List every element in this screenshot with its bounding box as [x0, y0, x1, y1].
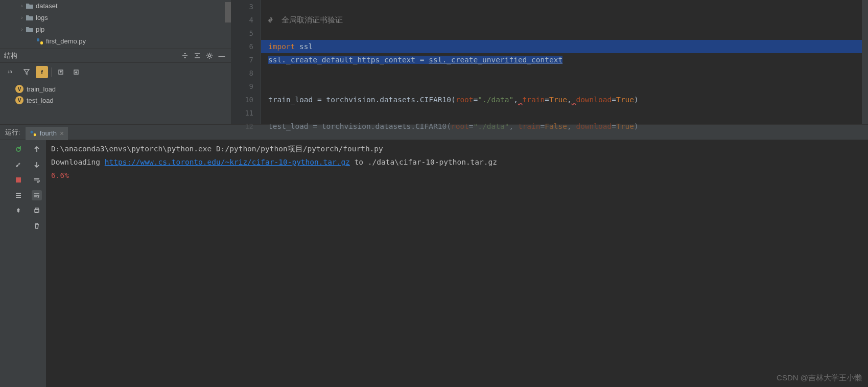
svg-rect-6	[16, 177, 21, 183]
download-link[interactable]: https://www.cs.toronto.edu/~kriz/cifar-1…	[105, 158, 350, 166]
gear-icon[interactable]	[204, 51, 215, 61]
line-number: 6	[231, 40, 253, 53]
run-panel: 运行: fourth × D:\anaconda3\envs\pytorch\p…	[0, 124, 868, 387]
scroll-end-icon[interactable]	[32, 190, 42, 200]
expand-icon[interactable]	[192, 51, 202, 61]
svg-rect-8	[35, 208, 38, 210]
tree-label: logs	[36, 14, 48, 21]
autoscroll-down-icon[interactable]	[70, 66, 82, 78]
collapse-icon[interactable]	[180, 51, 190, 61]
svg-rect-0	[37, 38, 39, 41]
run-tab-label: fourth	[40, 129, 57, 137]
run-toolbar-primary	[9, 140, 28, 387]
pin-icon[interactable]	[13, 206, 24, 216]
tree-label: pip	[36, 26, 44, 33]
python-file-icon	[36, 37, 44, 45]
wrench-icon[interactable]	[13, 160, 24, 170]
folder-icon	[26, 26, 34, 34]
trash-icon[interactable]	[32, 221, 42, 231]
console-line: Downloading https://www.cs.toronto.edu/~…	[51, 155, 863, 169]
structure-header: 结构 —	[0, 49, 231, 63]
editor-scrollbar[interactable]	[862, 0, 868, 124]
print-icon[interactable]	[32, 206, 42, 216]
gutter: 3 4 5 6 7 8 9 10 11 12	[231, 0, 261, 124]
run-label: 运行:	[5, 128, 20, 137]
python-file-icon	[30, 130, 37, 137]
svg-rect-5	[34, 133, 36, 136]
code-editor[interactable]: 3 4 5 6 7 8 9 10 11 12 # 全局取消证书验证 import…	[231, 0, 868, 124]
expand-arrow-icon[interactable]: ›	[18, 15, 26, 20]
up-arrow-icon[interactable]	[32, 144, 42, 154]
structure-item-train-load[interactable]: V train_load	[5, 83, 226, 95]
sort-alpha-icon[interactable]: ↓a	[5, 66, 17, 78]
tree-label: first_demo.py	[46, 37, 86, 45]
code-area[interactable]: # 全局取消证书验证 import ssl ssl._create_defaul…	[261, 0, 868, 124]
line-number: 5	[231, 27, 253, 40]
line-number: 10	[231, 93, 253, 106]
tree-label: dataset	[36, 2, 58, 10]
tree-scrollbar[interactable]	[225, 0, 231, 49]
code-comment: # 全局取消证书验证	[268, 16, 343, 24]
svg-text:↓a: ↓a	[7, 69, 12, 74]
expand-arrow-icon[interactable]: ›	[18, 27, 26, 32]
close-icon[interactable]: ×	[60, 129, 64, 138]
line-number: 4	[231, 13, 253, 27]
watermark: CSDN @吉林大学王小懒	[777, 373, 862, 383]
structure-title: 结构	[4, 51, 17, 60]
tree-item-logs[interactable]: › logs	[4, 12, 227, 24]
structure-item-label: train_load	[27, 85, 56, 93]
folder-icon	[26, 14, 34, 22]
run-edge	[0, 140, 9, 387]
line-number: 3	[231, 0, 253, 13]
code-line-selected: import ssl	[261, 40, 868, 53]
run-toolbar-secondary	[28, 140, 46, 387]
tree-item-pip[interactable]: › pip	[4, 24, 227, 35]
variable-badge-icon: V	[15, 85, 24, 93]
line-number: 11	[231, 106, 253, 120]
hide-icon[interactable]: —	[217, 51, 227, 61]
structure-item-test-load[interactable]: V test_load	[5, 95, 226, 106]
left-panel: › dataset › logs › pip first_demo.py	[0, 0, 231, 124]
fields-filter-icon[interactable]: f	[36, 66, 48, 78]
console-progress: 6.6%	[51, 169, 863, 182]
down-arrow-icon[interactable]	[32, 160, 42, 170]
tree-item-dataset[interactable]: › dataset	[4, 0, 227, 12]
line-number: 8	[231, 66, 253, 80]
variable-badge-icon: V	[15, 96, 24, 104]
svg-rect-9	[35, 212, 38, 213]
project-tree: › dataset › logs › pip first_demo.py	[0, 0, 231, 49]
console-line: D:\anaconda3\envs\pytorch\python.exe D:/…	[51, 142, 863, 155]
svg-rect-4	[30, 130, 32, 133]
line-number: 12	[231, 120, 253, 133]
expand-arrow-icon[interactable]: ›	[18, 3, 26, 9]
structure-item-label: test_load	[27, 97, 54, 104]
soft-wrap-icon[interactable]	[32, 175, 42, 185]
stop-icon[interactable]	[13, 175, 24, 185]
line-number: 9	[231, 80, 253, 93]
filter-icon[interactable]	[20, 66, 33, 78]
svg-rect-1	[40, 41, 43, 44]
folder-icon	[26, 2, 34, 10]
run-tab-fourth[interactable]: fourth ×	[26, 127, 68, 140]
rerun-icon[interactable]	[13, 144, 24, 154]
structure-body: V train_load V test_load	[0, 81, 231, 108]
console-output[interactable]: D:\anaconda3\envs\pytorch\python.exe D:/…	[46, 140, 868, 387]
tree-item-first-demo[interactable]: first_demo.py	[4, 35, 227, 47]
svg-point-2	[208, 55, 210, 57]
layout-icon[interactable]	[13, 190, 24, 200]
line-number: 7	[231, 53, 253, 66]
autoscroll-up-icon[interactable]	[55, 66, 67, 78]
structure-toolbar: ↓a f	[0, 63, 231, 81]
